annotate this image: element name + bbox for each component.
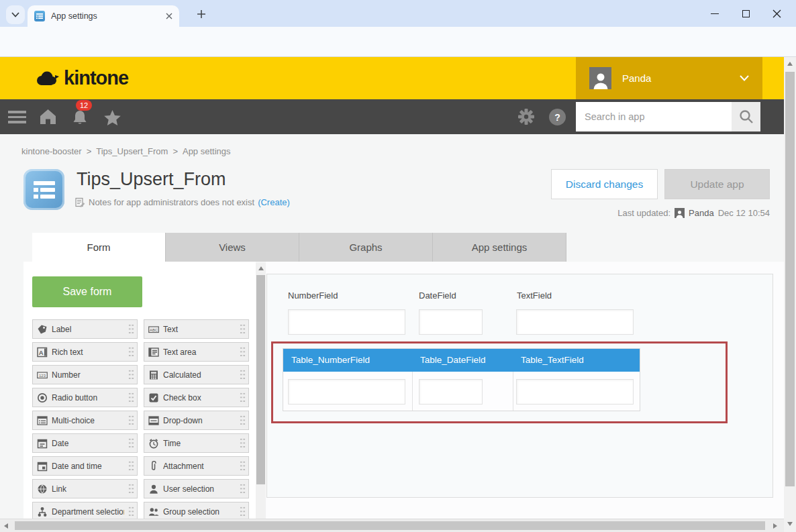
search-input[interactable] [576,102,732,131]
kintone-header: kintone Panda [0,57,784,99]
svg-text:A: A [39,348,44,356]
drag-handle-dots [128,369,134,380]
field-label: NumberField [288,290,338,301]
palette-item-date[interactable]: Date [32,433,138,453]
datetime-icon [37,461,48,472]
table-header-row: Table_NumberField Table_DateField Table_… [283,349,640,372]
save-form-button[interactable]: Save form [32,276,142,307]
notifications-bell-icon[interactable] [71,109,89,126]
tab-views[interactable]: Views [166,233,299,262]
browser-toolbar: pandafirm.cybozu.com/k/admin/app/flow?ap… [0,27,796,57]
drag-handle-dots [240,483,246,494]
user-menu[interactable]: Panda [576,57,762,99]
search-button[interactable] [732,102,760,131]
breadcrumb-item[interactable]: Tips_Upsert_From [96,146,168,156]
palette-item-department-selection[interactable]: Department selection [32,502,138,519]
user-icon [148,484,159,494]
numberfield-input[interactable] [288,309,405,335]
palette-item-radio-button[interactable]: Radio button [32,388,138,407]
global-nav-bar: 12 ? [0,99,784,134]
drag-handle-dots [240,415,246,426]
close-window-button[interactable] [761,0,792,27]
scroll-up-arrow-icon[interactable] [787,62,793,66]
hamburger-menu-icon[interactable] [8,108,26,126]
page-title: Tips_Upsert_From [77,169,226,190]
palette-item-drop-down[interactable]: Drop-down [144,411,249,430]
app-settings-header: kintone-booster>Tips_Upsert_From>App set… [0,134,784,262]
last-updated-time: Dec 12 10:54 [718,208,770,218]
table-datefield-input[interactable] [419,379,483,405]
horizontal-scrollbar-thumb[interactable] [15,521,765,530]
search-icon [738,109,754,125]
tab-close-button[interactable] [166,10,172,22]
dropdown-icon [148,415,159,426]
palette-scrollbar[interactable] [256,263,266,519]
palette-scrollbar-thumb[interactable] [256,275,265,484]
update-app-button[interactable]: Update app [664,169,770,199]
kintone-cloud-icon [35,70,59,87]
kintone-app-favicon [34,11,45,21]
app-settings-gear-icon[interactable] [517,108,535,125]
page-scrollbar-thumb[interactable] [785,72,795,486]
palette-item-rich-text[interactable]: A Rich text [32,342,138,362]
drag-handle-dots [240,346,246,358]
tab-form[interactable]: Form [32,233,166,262]
field-label: TextField [517,290,552,301]
help-button[interactable]: ? [549,109,566,125]
table-column-header: Table_TextField [513,349,640,372]
text-icon: ABC [148,324,159,335]
datefield-input[interactable] [419,309,483,335]
scroll-down-arrow-icon[interactable] [787,522,793,526]
form-canvas-panel: NumberField DateField TextField Table_Nu… [266,274,773,498]
last-updated-label: Last updated: [617,208,670,218]
palette-item-date-and-time[interactable]: Date and time [32,456,138,476]
page-scrollbar[interactable] [784,57,796,532]
table-numberfield-input[interactable] [288,379,405,405]
browser-tab[interactable]: App settings [28,5,179,27]
palette-item-text[interactable]: ABC Text [144,319,249,339]
tab-graphs[interactable]: Graphs [299,233,433,262]
tab-search-button[interactable] [6,5,25,24]
drag-handle-dots [128,460,134,472]
minimize-button[interactable] [699,0,730,27]
scroll-right-arrow-icon[interactable] [773,523,777,529]
horizontal-scrollbar[interactable] [0,519,784,532]
notes-text: Notes for app administrators does not ex… [89,197,254,207]
notes-icon [75,197,85,207]
chevron-down-icon [11,12,19,17]
palette-item-label[interactable]: Label [32,319,138,339]
create-notes-link[interactable]: (Create) [258,197,290,207]
maximize-button[interactable] [730,0,761,27]
svg-text:ABC: ABC [150,327,158,331]
new-tab-button[interactable] [192,5,211,23]
palette-item-time[interactable]: Time [144,433,249,453]
table-textfield-input[interactable] [516,379,634,405]
palette-item-calculated[interactable]: Calculated [144,365,249,384]
discard-changes-button[interactable]: Discard changes [551,169,658,199]
palette-item-user-selection[interactable]: User selection [144,479,249,498]
browser-window: App settings [0,0,796,532]
palette-item-attachment[interactable]: Attachment [144,456,249,476]
checkbox-icon [148,392,159,403]
breadcrumb-item[interactable]: kintone-booster [21,146,82,156]
palette-item-check-box[interactable]: Check box [144,388,249,407]
drag-handle-dots [240,392,246,403]
drag-handle-dots [128,346,134,358]
palette-item-multi-choice[interactable]: Multi-choice [32,411,138,430]
tab-app-settings[interactable]: App settings [433,233,566,262]
kintone-logo[interactable]: kintone [35,67,128,89]
nav-home-icon[interactable] [39,108,57,125]
palette-item-text-area[interactable]: Text area [144,342,249,362]
date-icon [37,438,48,449]
drag-handle-dots [128,437,134,449]
palette-item-link[interactable]: Link [32,479,138,498]
breadcrumb-separator: > [87,146,92,156]
nav-favorites-star-icon[interactable] [103,109,121,126]
palette-item-group-selection[interactable]: Group selection [144,502,249,519]
scroll-up-arrow-icon[interactable] [258,266,264,270]
breadcrumb-separator: > [172,146,178,156]
palette-item-number[interactable]: 123 Number [32,365,138,384]
textfield-input[interactable] [516,309,634,335]
scroll-left-arrow-icon[interactable] [4,523,8,529]
help-icon: ? [549,109,566,125]
